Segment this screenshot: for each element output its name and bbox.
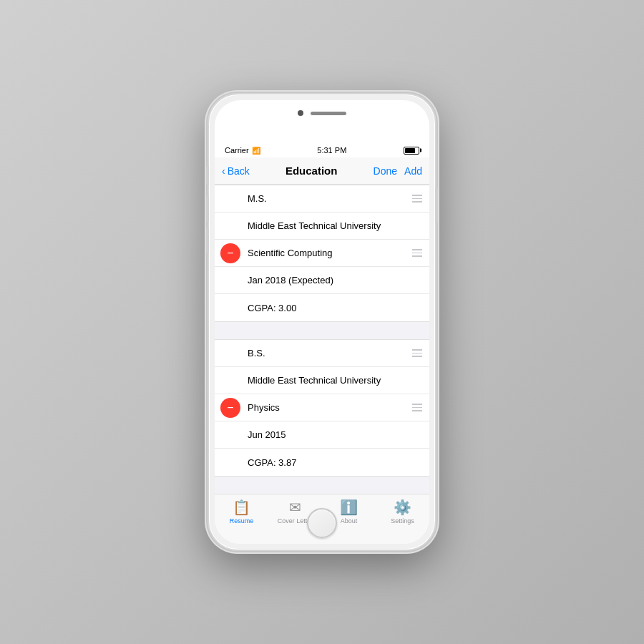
phone-frame: Carrier 📶 5:31 PM ‹ Back Education Done … bbox=[208, 93, 436, 551]
speaker bbox=[311, 112, 346, 115]
chevron-left-icon: ‹ bbox=[222, 165, 225, 177]
nav-actions: Done Add bbox=[374, 165, 422, 177]
school-row-1: Middle East Technical University bbox=[215, 213, 429, 240]
carrier-label: Carrier bbox=[225, 146, 249, 155]
resume-icon: 📋 bbox=[233, 499, 250, 516]
education-entry-1: M.S. Middle East Technical University Sc… bbox=[215, 185, 429, 322]
time-label: 5:31 PM bbox=[317, 146, 346, 155]
status-left: Carrier 📶 bbox=[225, 146, 260, 155]
cgpa-row-1: CGPA: 3.00 bbox=[215, 294, 429, 321]
section-gap bbox=[215, 325, 429, 339]
school-value-2: Middle East Technical University bbox=[240, 369, 429, 391]
section-gap-2 bbox=[215, 479, 429, 494]
battery-icon bbox=[404, 147, 419, 155]
delete-entry-2-button[interactable] bbox=[220, 398, 240, 418]
delete-entry-1-button[interactable] bbox=[220, 243, 240, 263]
nav-title: Education bbox=[286, 165, 338, 177]
date-value-2: Jun 2015 bbox=[240, 424, 429, 446]
phone-top-hardware bbox=[298, 110, 346, 116]
cgpa-row-2: CGPA: 3.87 bbox=[215, 449, 429, 476]
power-button[interactable] bbox=[435, 187, 438, 223]
date-row-1: Jan 2018 (Expected) bbox=[215, 267, 429, 294]
settings-icon: ⚙️ bbox=[394, 499, 411, 516]
back-label: Back bbox=[228, 165, 250, 177]
degree-row-2: B.S. bbox=[215, 340, 429, 367]
done-button[interactable]: Done bbox=[374, 165, 397, 177]
phone-screen: Carrier 📶 5:31 PM ‹ Back Education Done … bbox=[215, 100, 429, 544]
field-value-2: Physics bbox=[240, 396, 412, 419]
cgpa-value-2: CGPA: 3.87 bbox=[240, 452, 429, 474]
drag-handle-1[interactable] bbox=[412, 192, 425, 205]
date-value-1: Jan 2018 (Expected) bbox=[240, 269, 429, 291]
school-row-2: Middle East Technical University bbox=[215, 367, 429, 394]
cgpa-value-1: CGPA: 3.00 bbox=[240, 297, 429, 319]
field-value-1: Scientific Computing bbox=[240, 242, 412, 264]
degree-value-2: B.S. bbox=[240, 342, 412, 364]
content-area: M.S. Middle East Technical University Sc… bbox=[215, 185, 429, 494]
field-row-1: Scientific Computing bbox=[215, 240, 429, 267]
about-tab-label: About bbox=[341, 517, 358, 525]
drag-handle-field-2[interactable] bbox=[412, 401, 425, 414]
battery-fill bbox=[405, 148, 415, 153]
camera bbox=[298, 110, 303, 116]
status-bar: Carrier 📶 5:31 PM bbox=[215, 143, 429, 157]
education-entry-2: B.S. Middle East Technical University Ph… bbox=[215, 339, 429, 477]
nav-bar: ‹ Back Education Done Add bbox=[215, 157, 429, 185]
mute-button[interactable] bbox=[206, 166, 209, 185]
settings-tab-label: Settings bbox=[391, 517, 414, 525]
add-button[interactable]: Add bbox=[404, 165, 422, 177]
tab-resume[interactable]: 📋 Resume bbox=[224, 499, 260, 525]
back-button[interactable]: ‹ Back bbox=[222, 165, 250, 177]
school-value-1: Middle East Technical University bbox=[240, 215, 429, 237]
field-row-2: Physics bbox=[215, 394, 429, 421]
volume-down-button[interactable] bbox=[206, 228, 209, 253]
drag-handle-field-1[interactable] bbox=[412, 247, 425, 260]
about-icon: ℹ️ bbox=[340, 499, 358, 516]
drag-handle-2[interactable] bbox=[412, 347, 425, 360]
home-button[interactable] bbox=[307, 508, 337, 538]
resume-tab-label: Resume bbox=[230, 517, 254, 525]
tab-settings[interactable]: ⚙️ Settings bbox=[385, 499, 421, 525]
wifi-icon: 📶 bbox=[252, 147, 260, 155]
date-row-2: Jun 2015 bbox=[215, 421, 429, 449]
volume-up-button[interactable] bbox=[206, 196, 209, 222]
cover-letter-icon: ✉ bbox=[289, 499, 301, 516]
degree-value-1: M.S. bbox=[240, 187, 412, 210]
screen: Carrier 📶 5:31 PM ‹ Back Education Done … bbox=[215, 143, 429, 494]
degree-row-1: M.S. bbox=[215, 185, 429, 213]
